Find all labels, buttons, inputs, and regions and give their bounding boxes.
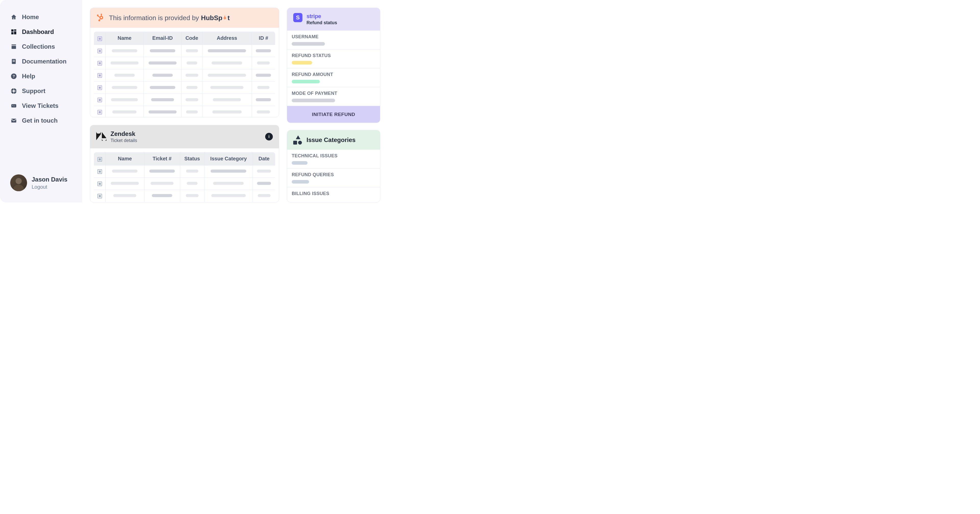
sidebar-item-label: View Tickets (22, 102, 59, 109)
svg-rect-16 (15, 91, 16, 91)
documentation-icon (10, 58, 18, 65)
col-status: Status (180, 152, 204, 165)
svg-point-22 (14, 185, 24, 191)
row-checkbox[interactable] (97, 110, 102, 114)
sidebar-item-label: Collections (22, 43, 55, 50)
issues-title: Issue Categories (307, 136, 355, 144)
svg-point-26 (101, 14, 102, 15)
row-checkbox[interactable] (97, 98, 102, 102)
svg-point-32 (224, 17, 226, 19)
sidebar-item-collections[interactable]: Collections (10, 39, 72, 54)
zendesk-table: Name Ticket # Status Issue Category Date (94, 152, 275, 202)
avatar[interactable] (10, 175, 27, 191)
svg-rect-8 (13, 61, 15, 62)
hubspot-card: This information is provided by HubSpt N… (90, 8, 279, 117)
hubspot-brand: HubSpt (201, 14, 230, 22)
row-checkbox[interactable] (97, 86, 102, 90)
col-id: ID # (251, 32, 275, 45)
sidebar-item-view-tickets[interactable]: View Tickets (10, 98, 72, 113)
svg-point-24 (100, 17, 102, 18)
skeleton-bar (292, 61, 312, 65)
row-checkbox[interactable] (97, 169, 102, 174)
svg-point-28 (97, 14, 99, 16)
svg-rect-0 (11, 29, 14, 32)
sidebar-item-home[interactable]: Home (10, 10, 72, 24)
row-checkbox[interactable] (97, 61, 102, 65)
mail-icon (10, 117, 18, 124)
select-all-checkbox[interactable] (97, 157, 102, 162)
field-mode-of-payment: MODE OF PAYMENT (287, 87, 380, 106)
collections-icon (10, 43, 18, 50)
shapes-icon (293, 135, 302, 144)
svg-rect-4 (11, 44, 16, 45)
sidebar-item-support[interactable]: Support (10, 84, 72, 98)
sidebar-item-label: Support (22, 87, 45, 95)
table-row[interactable] (94, 178, 275, 190)
sidebar-item-help[interactable]: ? Help (10, 69, 72, 84)
table-row[interactable] (94, 82, 275, 94)
col-code: Code (181, 32, 202, 45)
table-row[interactable] (94, 106, 275, 117)
svg-rect-2 (14, 31, 16, 35)
field-username: USERNAME (287, 30, 380, 49)
zendesk-title: Zendesk (110, 130, 137, 137)
row-checkbox[interactable] (97, 181, 102, 186)
svg-point-34 (224, 16, 225, 17)
dashboard-icon (10, 28, 18, 35)
sidebar-item-get-in-touch[interactable]: Get in touch (10, 113, 72, 128)
stripe-brand: stripe (307, 13, 337, 20)
svg-text:?: ? (13, 74, 15, 78)
zendesk-subtitle: Ticket details (110, 138, 137, 143)
table-row[interactable] (94, 190, 275, 202)
zendesk-icon (96, 132, 107, 142)
table-row[interactable] (94, 165, 275, 178)
hubspot-title: This information is provided by HubSpt (109, 14, 230, 22)
logout-link[interactable]: Logout (32, 184, 67, 190)
col-address: Address (202, 32, 251, 45)
skeleton-bar (292, 99, 335, 102)
svg-rect-17 (11, 104, 16, 108)
row-checkbox[interactable] (97, 194, 102, 198)
svg-rect-3 (11, 32, 14, 35)
sidebar-item-dashboard[interactable]: Dashboard (10, 24, 72, 39)
row-checkbox[interactable] (97, 73, 102, 78)
field-technical-issues[interactable]: TECHNICAL ISSUES (287, 150, 380, 168)
table-row[interactable] (94, 45, 275, 57)
sidebar-item-documentation[interactable]: Documentation (10, 54, 72, 69)
svg-rect-5 (11, 46, 16, 49)
col-email: Email-ID (143, 32, 181, 45)
svg-rect-1 (14, 29, 16, 30)
sidebar-nav: Home Dashboard Collections Documentation (0, 10, 82, 175)
zendesk-card-header: Zendesk Ticket details i (90, 125, 279, 148)
home-icon (10, 14, 18, 21)
initiate-refund-button[interactable]: INITIATE REFUND (287, 106, 380, 123)
table-row[interactable] (94, 69, 275, 82)
field-refund-status: REFUND STATUS (287, 49, 380, 68)
table-row[interactable] (94, 94, 275, 106)
col-ticket: Ticket # (144, 152, 180, 165)
svg-rect-15 (11, 91, 12, 91)
col-date: Date (253, 152, 275, 165)
field-billing-issues[interactable]: BILLING ISSUES (287, 187, 380, 202)
issues-card: Issue Categories TECHNICAL ISSUES REFUND… (287, 130, 380, 202)
stripe-card: S stripe Refund status USERNAME REFUND S… (287, 8, 380, 123)
table-row[interactable] (94, 57, 275, 69)
col-issue-category: Issue Category (204, 152, 253, 165)
sidebar-item-label: Documentation (22, 58, 67, 65)
skeleton-bar (292, 42, 325, 46)
row-checkbox[interactable] (97, 49, 102, 53)
svg-point-21 (16, 178, 22, 184)
sidebar-item-label: Help (22, 73, 35, 80)
col-name: Name (106, 152, 145, 165)
col-name: Name (106, 32, 144, 45)
field-refund-queries[interactable]: REFUND QUERIES (287, 168, 380, 187)
select-all-checkbox[interactable] (97, 36, 102, 41)
skeleton-bar (292, 180, 309, 184)
svg-rect-13 (14, 88, 14, 89)
user-name: Jason Davis (32, 176, 67, 183)
hubspot-table: Name Email-ID Code Address ID # (94, 31, 275, 117)
skeleton-bar (292, 161, 307, 165)
hubspot-icon (96, 13, 105, 23)
info-icon[interactable]: i (265, 133, 273, 141)
sidebar-item-label: Home (22, 14, 39, 21)
